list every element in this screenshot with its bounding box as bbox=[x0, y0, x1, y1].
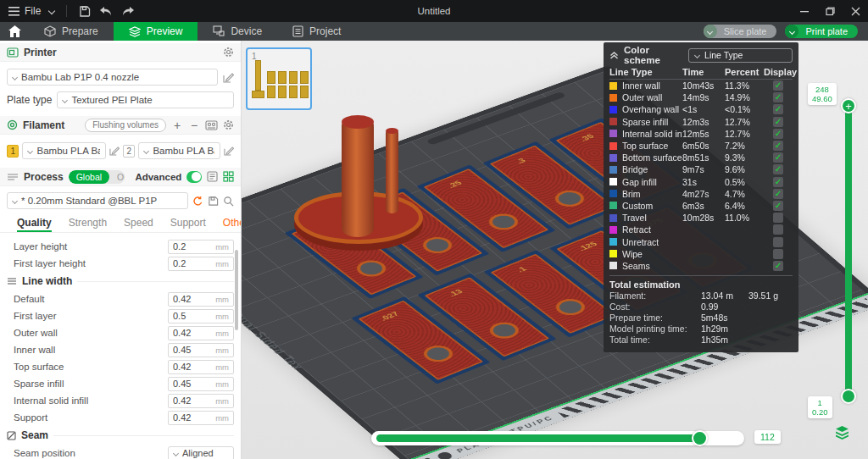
edit-printer-icon[interactable] bbox=[223, 72, 234, 83]
file-menu-chevron-icon[interactable] bbox=[48, 8, 55, 14]
parameter-list-icon[interactable] bbox=[207, 171, 218, 182]
display-checkbox[interactable]: ✓ bbox=[773, 129, 783, 139]
layer-slider-bottom-handle[interactable] bbox=[841, 389, 856, 404]
edit-filament-1-icon[interactable] bbox=[109, 146, 120, 156]
sidebar-scrollbar[interactable] bbox=[235, 250, 238, 330]
first-layer-height-field[interactable] bbox=[173, 258, 207, 268]
preview-icon bbox=[129, 25, 141, 37]
edit-filament-2-icon[interactable] bbox=[224, 146, 234, 156]
maximize-button[interactable] bbox=[817, 0, 843, 22]
large-cylinder-model[interactable] bbox=[342, 117, 374, 237]
layer-height-field[interactable] bbox=[173, 241, 207, 252]
tab-preview[interactable]: Preview bbox=[114, 22, 198, 41]
print-plate-button[interactable]: Print plate bbox=[785, 25, 858, 38]
tab-project[interactable]: Project bbox=[277, 22, 356, 41]
search-preset-icon[interactable] bbox=[223, 196, 234, 207]
layer-slider-top-handle[interactable]: + bbox=[841, 98, 856, 113]
close-button[interactable] bbox=[843, 0, 868, 22]
lw-internal-solid-input[interactable]: mm bbox=[168, 394, 234, 408]
filament-settings-gear-icon[interactable] bbox=[223, 119, 234, 130]
lw-inner-wall-field[interactable] bbox=[173, 345, 207, 355]
scope-toggle[interactable]: Global Objects bbox=[69, 170, 125, 184]
display-checkbox[interactable]: ✓ bbox=[773, 152, 783, 163]
display-checkbox[interactable]: ✓ bbox=[773, 92, 783, 102]
display-checkbox[interactable] bbox=[773, 249, 783, 259]
slice-dropdown-chevron-icon[interactable] bbox=[704, 25, 717, 38]
step-slider[interactable]: 112 bbox=[371, 431, 744, 445]
legend-row: Travel10m28s11.0% bbox=[609, 212, 793, 224]
layer-height-input[interactable]: mm bbox=[168, 240, 234, 254]
param-label: Sparse infill bbox=[14, 379, 168, 389]
tab-speed[interactable]: Speed bbox=[115, 217, 162, 232]
small-cylinder-model[interactable] bbox=[386, 129, 398, 213]
filament-1-select[interactable]: Bambu PLA Basic bbox=[22, 142, 105, 159]
save-preset-icon[interactable] bbox=[208, 196, 219, 207]
lw-outer-wall-input[interactable]: mm bbox=[168, 326, 234, 340]
display-checkbox[interactable]: ✓ bbox=[773, 141, 783, 151]
add-filament-button[interactable]: + bbox=[171, 119, 183, 132]
save-icon[interactable] bbox=[79, 5, 91, 17]
slice-plate-button[interactable]: Slice plate bbox=[704, 25, 777, 38]
collapse-panel-icon[interactable] bbox=[609, 51, 619, 59]
lw-first-layer-field[interactable] bbox=[173, 311, 207, 321]
lw-top-surface-input[interactable]: mm bbox=[168, 360, 234, 374]
minimize-button[interactable] bbox=[792, 0, 817, 22]
print-dropdown-chevron-icon[interactable] bbox=[785, 25, 798, 38]
display-checkbox[interactable]: ✓ bbox=[773, 261, 783, 271]
file-menu[interactable]: File bbox=[8, 5, 41, 17]
display-checkbox[interactable]: ✓ bbox=[773, 164, 783, 174]
view-mode-select[interactable]: Line Type bbox=[688, 48, 793, 63]
printer-settings-gear-icon[interactable] bbox=[223, 47, 234, 58]
display-checkbox[interactable] bbox=[773, 224, 783, 235]
layer-slider-track[interactable] bbox=[845, 106, 852, 398]
undo-icon[interactable] bbox=[99, 6, 113, 17]
display-checkbox[interactable]: ✓ bbox=[773, 177, 783, 187]
lw-default-field[interactable] bbox=[173, 294, 207, 304]
redo-icon[interactable] bbox=[121, 6, 135, 17]
reset-preset-icon[interactable] bbox=[192, 196, 203, 207]
display-checkbox[interactable]: ✓ bbox=[773, 80, 783, 91]
lw-inner-wall-input[interactable]: mm bbox=[168, 343, 234, 357]
step-slider-handle[interactable] bbox=[692, 430, 708, 446]
lw-internal-solid-field[interactable] bbox=[173, 395, 207, 406]
line-type-swatch bbox=[609, 94, 617, 102]
tab-others[interactable]: Others bbox=[214, 217, 242, 232]
lw-default-input[interactable]: mm bbox=[168, 292, 234, 307]
lw-top-surface-field[interactable] bbox=[173, 362, 207, 372]
scope-objects[interactable]: Objects bbox=[109, 170, 125, 184]
display-checkbox[interactable]: ✓ bbox=[773, 201, 783, 211]
plate-thumbnail[interactable]: 1 bbox=[246, 47, 312, 110]
tab-quality[interactable]: Quality bbox=[8, 217, 60, 232]
lw-sparse-infill-field[interactable] bbox=[173, 379, 207, 389]
layer-slider-bottom-badge: 1 0.20 bbox=[808, 396, 832, 418]
display-checkbox[interactable]: ✓ bbox=[773, 104, 783, 114]
tab-prepare[interactable]: Prepare bbox=[29, 22, 114, 41]
printer-preset-select[interactable]: Bambu Lab P1P 0.4 nozzle bbox=[7, 69, 218, 86]
home-button[interactable] bbox=[0, 22, 29, 41]
scope-global[interactable]: Global bbox=[69, 170, 109, 184]
seam-position-select[interactable]: Aligned bbox=[168, 446, 234, 459]
first-layer-height-input[interactable]: mm bbox=[168, 257, 234, 271]
lw-support-field[interactable] bbox=[173, 412, 207, 423]
display-checkbox[interactable] bbox=[773, 213, 783, 223]
compare-preset-icon[interactable] bbox=[223, 171, 234, 182]
display-checkbox[interactable]: ✓ bbox=[773, 189, 783, 199]
plate-type-select[interactable]: Textured PEI Plate bbox=[57, 91, 234, 108]
lw-support-input[interactable]: mm bbox=[168, 411, 234, 425]
preview-3d-viewport[interactable]: Bambu Dual Sided Tex .175 .2 .25 .3 .35 … bbox=[242, 41, 868, 459]
layers-view-icon[interactable] bbox=[835, 426, 849, 440]
remove-filament-button[interactable]: − bbox=[188, 119, 200, 132]
ams-icon[interactable] bbox=[205, 120, 218, 130]
advanced-toggle[interactable] bbox=[186, 171, 202, 183]
display-checkbox[interactable] bbox=[773, 237, 783, 247]
process-preset-select[interactable]: * 0.20mm Standard @BBL P1P bbox=[7, 192, 188, 209]
tab-strength[interactable]: Strength bbox=[60, 217, 115, 232]
filament-2-select[interactable]: Bambu PLA Basic bbox=[138, 142, 220, 159]
display-checkbox[interactable]: ✓ bbox=[773, 117, 783, 127]
lw-first-layer-input[interactable]: mm bbox=[168, 309, 234, 324]
tab-support[interactable]: Support bbox=[162, 217, 214, 232]
lw-sparse-infill-input[interactable]: mm bbox=[168, 377, 234, 391]
tab-device[interactable]: Device bbox=[198, 22, 277, 41]
flushing-volumes-button[interactable]: Flushing volumes bbox=[85, 119, 166, 132]
lw-outer-wall-field[interactable] bbox=[173, 328, 207, 338]
